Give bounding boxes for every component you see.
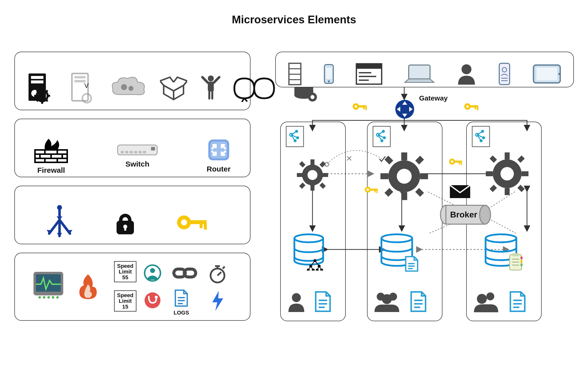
svg-rect-204 (461, 162, 462, 165)
svg-point-74 (150, 268, 155, 273)
svg-rect-177 (401, 152, 407, 160)
panel-clients (275, 52, 574, 87)
svg-rect-65 (204, 223, 207, 230)
svg-rect-203 (459, 162, 460, 164)
svg-rect-221 (486, 171, 493, 176)
svg-rect-146 (319, 161, 326, 167)
svg-rect-104 (536, 68, 557, 80)
panel-monitoring: Speed Limit 55 Speed Limit 15 (14, 253, 250, 321)
firewall-icon (34, 136, 68, 164)
gear-service-1-icon (296, 159, 329, 191)
svg-point-137 (297, 137, 299, 139)
svg-rect-1 (31, 76, 43, 79)
svg-rect-184 (415, 188, 424, 197)
logs-label: LOGS (174, 310, 189, 316)
router-icon (206, 138, 231, 162)
svg-point-68 (38, 296, 41, 299)
svg-rect-22 (208, 91, 210, 100)
chain-link-icon (172, 266, 197, 280)
svg-point-201 (451, 160, 453, 163)
page-title: Microservices Elements (0, 13, 588, 26)
svg-rect-43 (134, 151, 137, 153)
svg-point-174 (381, 140, 383, 142)
svg-rect-125 (365, 107, 367, 110)
key-icon-mid (365, 185, 378, 194)
svg-point-215 (483, 137, 485, 139)
health-user-icon (144, 264, 161, 282)
svg-rect-225 (490, 185, 497, 192)
svg-rect-40 (121, 151, 124, 153)
key-icon-right (464, 101, 479, 112)
svg-rect-230 (521, 257, 523, 259)
svg-rect-141 (310, 159, 314, 165)
svg-rect-64 (200, 223, 203, 228)
svg-rect-147 (299, 182, 305, 189)
svg-point-69 (43, 296, 45, 299)
switch-icon (116, 142, 158, 157)
firewall-label: Firewall (37, 166, 65, 175)
svg-point-76 (155, 296, 158, 299)
gateway-label: Gateway (419, 94, 448, 102)
svg-point-98 (462, 64, 471, 74)
stopwatch-icon (208, 264, 227, 283)
svg-line-12 (37, 100, 38, 101)
svg-point-176 (397, 169, 412, 184)
gear-service-2-icon (379, 151, 429, 201)
svg-rect-14 (74, 76, 86, 78)
svg-point-72 (56, 296, 59, 299)
panel-infra: V (14, 52, 250, 110)
tablet-icon (532, 64, 562, 85)
svg-point-127 (466, 105, 469, 108)
switch-label: Switch (125, 160, 150, 168)
phone-small-icon (323, 64, 335, 85)
svg-text:V: V (84, 82, 89, 89)
users-pair-icon (472, 290, 500, 313)
svg-rect-188 (374, 190, 376, 192)
svg-rect-223 (490, 155, 497, 163)
svg-rect-45 (143, 151, 146, 153)
svg-point-71 (52, 296, 54, 299)
virtual-server-icon: V (68, 71, 95, 106)
svg-point-149 (294, 234, 323, 242)
svg-rect-42 (130, 151, 133, 153)
svg-point-208 (480, 205, 491, 224)
svg-rect-48 (210, 141, 227, 158)
server-gear-icon (25, 71, 55, 106)
svg-rect-183 (384, 188, 393, 197)
svg-point-20 (208, 75, 214, 81)
person-arms-up-icon (201, 75, 221, 102)
svg-point-140 (308, 170, 317, 180)
svg-rect-181 (384, 156, 393, 164)
svg-point-75 (145, 292, 160, 308)
load-balancer-icon (45, 205, 74, 240)
svg-point-138 (294, 140, 296, 142)
svg-point-70 (47, 296, 50, 299)
svg-point-172 (382, 130, 384, 132)
panel-network: Firewall Switch (14, 119, 250, 177)
svg-line-9 (37, 90, 38, 92)
svg-point-94 (328, 80, 330, 82)
svg-point-236 (486, 292, 494, 300)
database-2-icon (378, 233, 420, 273)
svg-rect-224 (517, 155, 525, 163)
flame-icon (77, 273, 99, 300)
svg-rect-130 (477, 107, 478, 110)
svg-point-105 (558, 73, 560, 75)
svg-point-53 (57, 205, 62, 210)
stethoscope-icon (144, 292, 161, 309)
svg-rect-60 (124, 227, 126, 231)
svg-line-10 (46, 100, 48, 101)
doc-2-icon (409, 290, 428, 313)
svg-rect-220 (505, 188, 510, 195)
svg-rect-189 (376, 190, 378, 193)
svg-point-214 (482, 130, 484, 132)
svg-point-227 (486, 234, 516, 242)
svg-point-136 (296, 130, 298, 132)
svg-marker-55 (57, 233, 62, 237)
key-icon-left (352, 101, 368, 112)
svg-rect-23 (211, 91, 213, 100)
svg-rect-129 (475, 107, 476, 109)
svg-rect-44 (139, 151, 142, 153)
svg-rect-145 (299, 161, 305, 167)
svg-point-19 (128, 86, 133, 91)
